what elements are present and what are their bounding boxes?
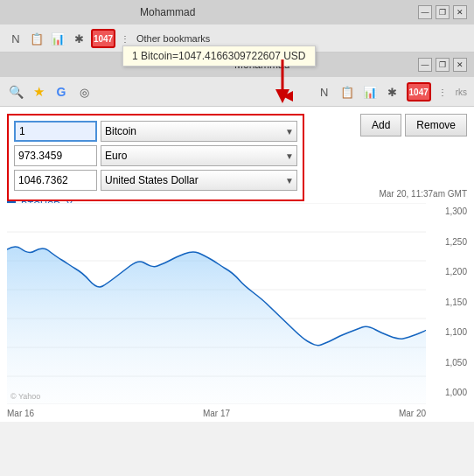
chart-date-label: Mar 20, 11:37am GMT <box>379 189 467 199</box>
main-content: Bitcoin ▼ Euro ▼ United States Dollar ▼ <box>0 107 474 422</box>
svg-marker-2 <box>275 89 289 103</box>
y-label-1300: 1,300 <box>445 206 467 216</box>
currency-select-3[interactable]: United States Dollar <box>101 170 297 191</box>
nav-chart-icon[interactable]: 📊 <box>361 83 379 101</box>
amount-input-2[interactable] <box>14 145 97 166</box>
y-label-1150: 1,150 <box>445 298 467 307</box>
remove-button[interactable]: Remove <box>405 114 467 136</box>
y-label-1000: 1,000 <box>445 388 467 397</box>
converter-row-3: United States Dollar ▼ <box>14 170 297 191</box>
top-window-controls: — ❐ ✕ <box>418 5 467 19</box>
chart-y-axis: 1,300 1,250 1,200 1,150 1,100 1,050 1,00… <box>428 203 467 401</box>
letter-n-icon[interactable]: N <box>7 30 24 47</box>
g-icon[interactable]: G <box>52 83 70 101</box>
second-toolbar: 🔍 ★ G ◎ N 📋 📊 ✱ 1047 ⋮ rks <box>0 77 474 107</box>
chart-area: 1,300 1,250 1,200 1,150 1,100 1,050 1,00… <box>0 203 474 422</box>
close-btn-second[interactable]: ✕ <box>453 58 467 72</box>
top-browser-bar: Mohammad — ❐ ✕ N 📋 📊 ✱ 1047 ⋮ Other book… <box>0 0 474 52</box>
x-label-mar16: Mar 16 <box>7 409 34 418</box>
minimize-btn-top[interactable]: — <box>418 5 432 19</box>
top-title: Mohammad <box>0 6 418 18</box>
converter-row-1: Bitcoin ▼ <box>14 121 297 142</box>
currency-select-2[interactable]: Euro <box>101 145 297 166</box>
currency-select-wrapper-2: Euro ▼ <box>101 145 297 166</box>
x-label-mar17: Mar 17 <box>203 409 230 418</box>
y-label-1200: 1,200 <box>445 267 467 276</box>
y-label-1050: 1,050 <box>445 358 467 368</box>
y-label-1250: 1,250 <box>445 237 467 247</box>
converter-row-2: Euro ▼ <box>14 145 297 166</box>
star-icon-second[interactable]: ★ <box>30 83 47 101</box>
amount-input-3[interactable] <box>14 170 97 191</box>
nav-star-icon[interactable]: ✱ <box>384 83 401 101</box>
star-icon-top[interactable]: ✱ <box>70 30 87 47</box>
chart-x-axis: Mar 16 Mar 17 Mar 20 <box>7 404 426 422</box>
orange-badge-top[interactable]: 1047 <box>91 29 115 48</box>
second-window-controls: — ❐ ✕ <box>418 58 467 72</box>
circle-icon[interactable]: ◎ <box>75 83 93 101</box>
nav-clipboard-icon[interactable]: 📋 <box>338 83 356 101</box>
zoom-icon[interactable]: 🔍 <box>7 83 24 101</box>
close-btn-top[interactable]: ✕ <box>453 5 467 19</box>
maximize-btn-top[interactable]: ❐ <box>436 5 450 19</box>
clipboard-icon[interactable]: 📋 <box>28 30 45 47</box>
y-label-1100: 1,100 <box>445 327 467 337</box>
arrow-down-icon <box>267 60 298 106</box>
bookmarks-label: Other bookmarks <box>136 33 210 44</box>
badge-count-second: 1047 <box>409 88 429 97</box>
nav-n-icon[interactable]: N <box>316 83 333 101</box>
amount-input-1[interactable] <box>14 121 97 142</box>
converter-box: Bitcoin ▼ Euro ▼ United States Dollar ▼ <box>7 114 304 201</box>
x-label-mar20: Mar 20 <box>399 409 426 418</box>
currency-select-wrapper-3: United States Dollar ▼ <box>101 170 297 191</box>
currency-select-1[interactable]: Bitcoin <box>101 121 297 142</box>
badge-count-top: 1047 <box>94 34 113 44</box>
minimize-btn-second[interactable]: — <box>418 58 432 72</box>
maximize-btn-second[interactable]: ❐ <box>436 58 450 72</box>
yahoo-watermark: © Yahoo <box>10 392 40 401</box>
currency-select-wrapper-1: Bitcoin ▼ <box>101 121 297 142</box>
add-button[interactable]: Add <box>360 114 401 136</box>
top-title-bar: Mohammad — ❐ ✕ <box>0 0 474 24</box>
chart-icon[interactable]: 📊 <box>49 30 66 47</box>
action-buttons: Add Remove <box>360 114 467 136</box>
orange-badge-second[interactable]: 1047 <box>407 82 431 102</box>
chart-svg-container <box>7 203 426 404</box>
